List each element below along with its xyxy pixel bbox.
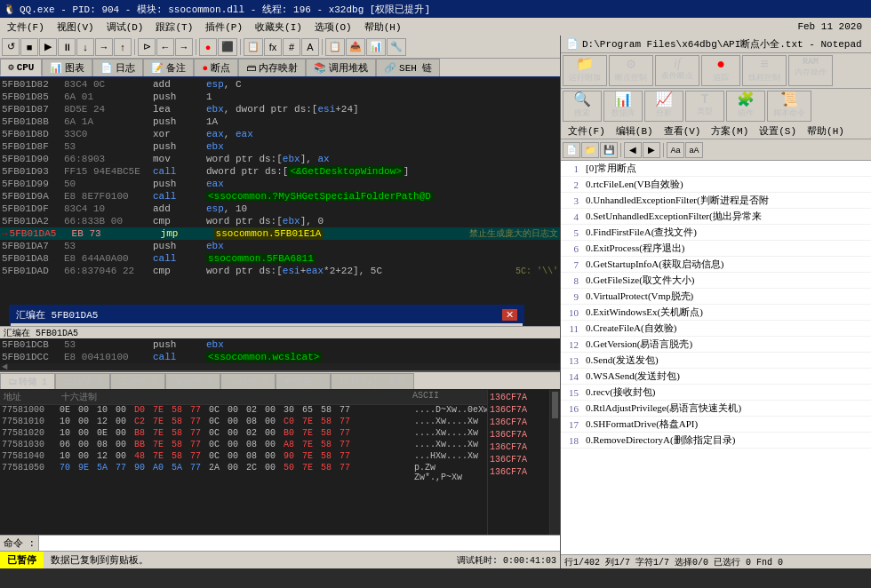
dump-row[interactable]: 77581030 06000800 BB7E5877 0C000800 A87E… xyxy=(0,440,487,451)
toolbar-extra2[interactable]: 📤 xyxy=(346,38,365,56)
rt-btn-trace[interactable]: ● 追踪 xyxy=(701,55,740,86)
toolbar-hash[interactable]: # xyxy=(283,38,300,56)
rt-btn-cond-bp[interactable]: if 条件断点 xyxy=(655,55,699,86)
notepad-tb-open[interactable]: 📁 xyxy=(581,142,599,158)
tab-graph[interactable]: 📊 图表 xyxy=(42,59,92,76)
toolbar-extra3[interactable]: 📊 xyxy=(366,38,386,56)
rt-btn-type[interactable]: T 类型 xyxy=(685,91,724,122)
disasm-row[interactable]: 5FB01D8B 6A 1A push 1A xyxy=(0,115,560,128)
dump-row[interactable]: 77581040 10001200 487E5877 0C000800 907E… xyxy=(0,451,487,463)
dump-tab-3[interactable]: 🗂 转储 3 xyxy=(110,373,165,389)
rt-btn-search[interactable]: 🔍 搜索 xyxy=(563,91,602,122)
tab-notes[interactable]: 📝 备注 xyxy=(143,59,194,76)
rt-btn-analyze[interactable]: 📈 分析 xyxy=(644,91,683,122)
disasm-row[interactable]: 5FB01D87 8D5E 24 lea ebx, dword ptr ds:[… xyxy=(0,103,560,115)
right-toolbar-2: 🔍 搜索 📊 数据库 📈 分析 T 类型 🧩 插件 📜 脚本命令 xyxy=(561,88,871,123)
rt-btn-plugin[interactable]: 🧩 插件 xyxy=(726,91,765,122)
tab-log-label: 日志 xyxy=(116,61,135,75)
notepad-menu-file[interactable]: 文件(F) xyxy=(563,124,611,138)
disasm-row[interactable]: 5FB01D85 6A 01 push 1 xyxy=(0,91,560,103)
tab-breakpoints[interactable]: ● 断点 xyxy=(194,59,238,76)
toolbar-forward[interactable]: → xyxy=(175,38,193,56)
notepad-menu-scheme[interactable]: 方案(M) xyxy=(706,124,754,138)
menu-help[interactable]: 帮助(H) xyxy=(359,20,407,35)
disasm-row[interactable]: 5FB01DA8 E8 644A0A00 call ssocommon.5FBA… xyxy=(0,252,560,265)
notepad-menu-settings[interactable]: 设置(S) xyxy=(754,124,802,138)
notepad-tb-back[interactable]: ◀ xyxy=(624,142,642,158)
tab-seh[interactable]: 🔗 SEH 链 xyxy=(376,59,440,76)
type-icon: T xyxy=(701,93,708,106)
disasm-row[interactable]: 5FB01DCC E8 00410100 call <ssocommon.wcs… xyxy=(0,351,560,363)
notepad-tb-case[interactable]: aA xyxy=(685,142,703,158)
tab-cpu[interactable]: ⚙ CPU xyxy=(0,59,42,76)
dump-tab-local[interactable]: [x]= [x]= 局部 xyxy=(331,373,414,389)
dialog-close-button[interactable]: ✕ xyxy=(502,309,517,321)
disasm-row[interactable]: 5FB01DA2 66:833B 00 cmp word ptr ds:[ebx… xyxy=(0,215,560,227)
rt-btn-script[interactable]: 📜 脚本命令 xyxy=(767,91,811,122)
disasm-row[interactable]: 5FB01D9A E8 8E7F0100 call <ssocommon.?My… xyxy=(0,190,560,203)
toolbar-runtocursor[interactable]: ⊳ xyxy=(138,38,156,56)
rt-btn-db[interactable]: 📊 数据库 xyxy=(603,91,643,122)
toolbar-step-into[interactable]: ↓ xyxy=(76,38,94,56)
menu-file[interactable]: 文件(F) xyxy=(2,20,50,35)
menu-favorites[interactable]: 收藏夹(I) xyxy=(250,20,308,35)
notepad-content[interactable]: 1 [0]常用断点 2 0.rtcFileLen(VB自效验) 3 0.Unha… xyxy=(561,161,871,554)
notepad-tb-new[interactable]: 📄 xyxy=(563,142,580,158)
notepad-tb-fwd[interactable]: ▶ xyxy=(643,142,660,158)
disasm-row[interactable]: 5FB01D8D 33C0 xor eax, eax xyxy=(0,128,560,140)
menu-trace[interactable]: 跟踪(T) xyxy=(150,20,198,35)
toolbar-hw-bp[interactable]: ⬛ xyxy=(218,38,237,56)
toolbar-font[interactable]: A xyxy=(301,38,319,56)
disasm-row-jmp[interactable]: → 5FB01DA5 EB 73 jmp ssocommon.5FB01E1A … xyxy=(0,227,560,240)
toolbar-step-over[interactable]: → xyxy=(95,38,113,56)
disasm-row[interactable]: 5FB01D82 83C4 0C add esp, C xyxy=(0,78,560,91)
rt-btn-bp-control[interactable]: ⚙ 断点控制 xyxy=(609,55,653,86)
toolbar-back[interactable]: ← xyxy=(156,38,174,56)
notepad-menu-view[interactable]: 查看(V) xyxy=(659,124,707,138)
cmd-input[interactable] xyxy=(39,536,560,551)
toolbar-step-out[interactable]: ↑ xyxy=(114,38,132,56)
menu-options[interactable]: 选项(O) xyxy=(309,20,357,35)
dump-row[interactable]: 77581020 10000E00 B87E5877 0C000200 B07E… xyxy=(0,428,487,440)
dump-tab-watch[interactable]: 👁 监视 1 xyxy=(276,373,331,389)
dump-tab-2[interactable]: 🗂 转储 2 xyxy=(55,373,110,389)
menu-view[interactable]: 视图(V) xyxy=(52,20,100,35)
toolbar-breakpoint[interactable]: ● xyxy=(199,38,217,56)
tab-memory[interactable]: 🗃 内存映射 xyxy=(238,59,306,76)
rt-btn-thread[interactable]: ≡ 线程控制 xyxy=(742,55,787,86)
toolbar-formula[interactable]: fx xyxy=(264,38,282,56)
notepad-tb-save[interactable]: 💾 xyxy=(600,142,618,158)
disasm-row[interactable]: 5FB01D8F 53 push ebx xyxy=(0,140,560,153)
dump-row[interactable]: 77581000 0E001000 D07E5877 0C000200 3065… xyxy=(0,405,487,417)
dump-tab-4[interactable]: 🗂 转储 4 xyxy=(165,373,220,389)
menu-plugin[interactable]: 插件(P) xyxy=(200,20,248,35)
dump-tab-5[interactable]: 🗂 转储 5 xyxy=(220,373,276,389)
disasm-row[interactable]: 5FB01DCB 53 push ebx xyxy=(0,338,560,351)
disasm-row[interactable]: 5FB01DAD 66:837046 22 cmp word ptr ds:[e… xyxy=(0,265,560,277)
disasm-row[interactable]: 5FB01DA7 53 push ebx xyxy=(0,240,560,252)
toolbar-extra1[interactable]: 📋 xyxy=(325,38,345,56)
toolbar-extra4[interactable]: 🔧 xyxy=(387,38,406,56)
notepad-tb-aa[interactable]: Aa xyxy=(667,142,684,158)
dump-tab-1[interactable]: 🗂 转储 1 xyxy=(0,373,55,389)
rt-btn-run-attach[interactable]: 📁 运行附加 xyxy=(563,55,607,86)
dump-row[interactable]: 77581050 709E5A77 90A05A77 2A002C00 507E… xyxy=(0,463,487,474)
tab-log[interactable]: 📄 日志 xyxy=(92,59,143,76)
disasm-row[interactable]: 5FB01D9F 83C4 10 add esp, 10 xyxy=(0,203,560,215)
notepad-menu-help[interactable]: 帮助(H) xyxy=(802,124,850,138)
rt-btn-memory[interactable]: RAM 内存操作 xyxy=(788,55,833,86)
disasm-row[interactable]: 5FB01D93 FF15 94E4BC5E call dword ptr ds… xyxy=(0,165,560,178)
disasm-row[interactable]: 5FB01D99 50 push eax xyxy=(0,178,560,190)
tab-log-icon: 📄 xyxy=(100,62,113,74)
toolbar-restart[interactable]: ↺ xyxy=(2,38,20,56)
toolbar-log[interactable]: 📋 xyxy=(244,38,263,56)
notepad-menu-edit[interactable]: 编辑(B) xyxy=(611,124,659,138)
menu-debug[interactable]: 调试(D) xyxy=(101,20,149,35)
toolbar-run[interactable]: ▶ xyxy=(39,38,57,56)
dump-row[interactable]: 77581010 10001200 C27E5877 0C000800 C07E… xyxy=(0,417,487,428)
toolbar-pause[interactable]: ⏸ xyxy=(58,38,76,56)
disassembly-view[interactable]: 5FB01D82 83C4 0C add esp, C 5FB01D85 6A … xyxy=(0,78,560,326)
tab-callstack[interactable]: 📚 调用堆栈 xyxy=(306,59,376,76)
toolbar-stop[interactable]: ■ xyxy=(20,38,38,56)
disasm-row[interactable]: 5FB01D90 66:8903 mov word ptr ds:[ebx], … xyxy=(0,153,560,165)
